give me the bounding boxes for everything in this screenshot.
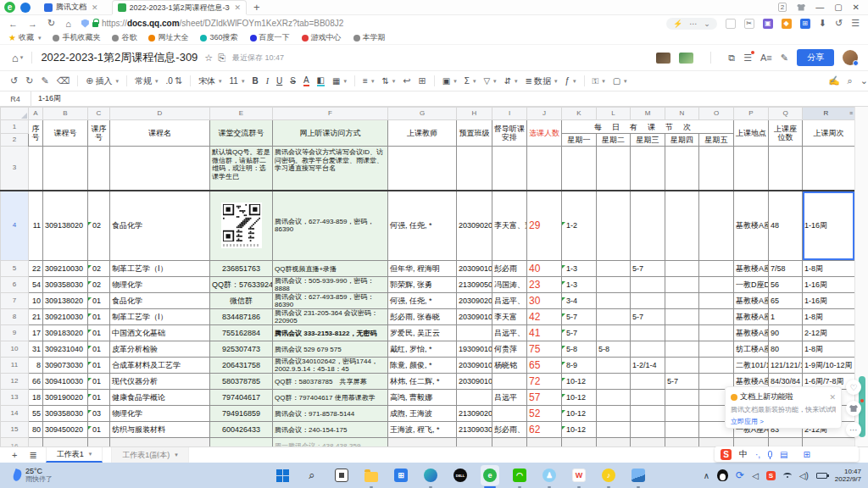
cell-G11[interactable]: 陈意, 颜俊, * bbox=[388, 358, 457, 374]
cell-C16[interactable] bbox=[88, 438, 110, 447]
forward-icon[interactable]: → bbox=[28, 18, 37, 29]
cell-P5[interactable]: 基教楼A座1 bbox=[734, 261, 769, 277]
cell-I12[interactable] bbox=[492, 374, 527, 390]
wechat-icon[interactable]: ◠ bbox=[510, 465, 529, 485]
cell-I8[interactable]: 李天富 bbox=[492, 309, 527, 325]
h-align-button[interactable]: ≡▾ bbox=[363, 76, 374, 86]
cell-Q10[interactable]: 80 bbox=[769, 341, 803, 358]
row-header-15[interactable]: 15 bbox=[1, 422, 29, 438]
header-group-days[interactable]: 每日有课节次 bbox=[562, 120, 734, 134]
cell-I7[interactable]: 吕远平、 bbox=[492, 293, 527, 309]
star-doc-icon[interactable]: ☆ bbox=[204, 53, 213, 64]
sheet-tab-1[interactable]: 工作表1▾ bbox=[46, 447, 103, 463]
col-header-I[interactable]: I bbox=[492, 108, 527, 120]
cell-G13[interactable]: 高鸿, 曹毅娜 bbox=[388, 390, 457, 406]
file-explorer-icon[interactable] bbox=[362, 465, 381, 485]
cell-A14[interactable]: 55 bbox=[29, 406, 43, 422]
more-fab-icon[interactable]: ⋯ bbox=[846, 422, 861, 437]
cell-H14[interactable]: 213090201, 2130902 bbox=[457, 406, 492, 422]
row-header-2[interactable]: 2 bbox=[1, 134, 29, 147]
cell-R8[interactable]: 1-8周 bbox=[803, 309, 855, 325]
cell-O4[interactable] bbox=[699, 191, 734, 261]
download-icon[interactable]: ⬇ bbox=[819, 18, 826, 29]
close-toast-icon[interactable]: ✕ bbox=[829, 393, 836, 402]
cell-J10[interactable]: 75 bbox=[527, 341, 562, 358]
col-header-D[interactable]: D bbox=[110, 108, 210, 120]
cell-H12[interactable]: 203090101, 2030901 bbox=[457, 374, 492, 390]
photos-icon[interactable] bbox=[629, 465, 648, 485]
cell-H10[interactable]: 19309010 bbox=[457, 341, 492, 358]
underline-button[interactable]: U bbox=[276, 76, 282, 86]
cell-K4[interactable]: 1-2 bbox=[562, 191, 597, 261]
cell-J14[interactable]: 52 bbox=[527, 406, 562, 422]
cell-Q11[interactable]: 121/121/1 bbox=[769, 358, 803, 374]
360-browser-icon[interactable]: e bbox=[481, 465, 499, 485]
cell-M12[interactable] bbox=[631, 374, 665, 390]
volume-icon[interactable]: ◁) bbox=[799, 471, 809, 480]
cell-G10[interactable]: 戴红, 罗怡, * bbox=[388, 341, 457, 358]
decimal-button[interactable]: .0⇅ bbox=[165, 75, 182, 86]
cell-A5[interactable]: 22 bbox=[29, 261, 43, 277]
fill-color-button[interactable]: ◧ bbox=[317, 76, 325, 86]
cell-G9[interactable]: 罗爱民, 吴正云 bbox=[388, 325, 457, 341]
cell-B14[interactable]: 309358030 bbox=[43, 406, 88, 422]
cell-N9[interactable] bbox=[665, 325, 699, 341]
data-menu-button[interactable]: ≣数据▾ bbox=[526, 75, 558, 87]
cell-E5[interactable]: 236851763 bbox=[210, 261, 273, 277]
cell-H13[interactable] bbox=[457, 390, 492, 406]
header-G[interactable]: 上课教师 bbox=[388, 120, 457, 147]
reading-mode-icon[interactable]: ⚡ bbox=[673, 19, 682, 28]
cell-M13[interactable] bbox=[631, 390, 665, 406]
cell-P8[interactable]: 基教楼A座 bbox=[734, 309, 769, 325]
cell-F8[interactable]: 腾讯会议 231-205-364 会议密码：220905 bbox=[273, 309, 388, 325]
cell-M10[interactable] bbox=[631, 341, 665, 358]
cell-I13[interactable]: 吕远平 bbox=[492, 390, 527, 406]
cell-A15[interactable]: 80 bbox=[29, 422, 43, 438]
cell-I11[interactable]: 杨晓铭 bbox=[492, 358, 527, 374]
battery-icon[interactable] bbox=[816, 473, 827, 479]
header-day-2[interactable]: 星期二 bbox=[597, 134, 631, 147]
cell-J11[interactable]: 65 bbox=[527, 358, 562, 374]
cell-G14[interactable]: 成煦, 王海波 bbox=[388, 406, 457, 422]
cell-L7[interactable] bbox=[597, 293, 631, 309]
cell-K9[interactable]: 5-7 bbox=[562, 325, 597, 341]
cell-B4[interactable]: 309138020 bbox=[43, 191, 88, 261]
cell-G7[interactable]: 何强, 任尧, * bbox=[388, 293, 457, 309]
start-button[interactable] bbox=[273, 465, 292, 485]
sync-tray-icon[interactable]: ⟳ bbox=[736, 469, 744, 481]
wrap-text-icon[interactable]: ↩ bbox=[403, 75, 410, 86]
cell-G8[interactable]: 彭必雨, 张春晓 bbox=[388, 309, 457, 325]
cell-M5[interactable]: 5-7 bbox=[631, 261, 665, 277]
cell-F13[interactable]: QQ群：797404617 使用慕课教学 bbox=[273, 390, 388, 406]
cell-N6[interactable] bbox=[665, 277, 699, 293]
header-D[interactable]: 课程名 bbox=[110, 120, 210, 147]
cell-G15[interactable]: 王海波, 程飞, * bbox=[388, 422, 457, 438]
cell-P7[interactable]: 基教楼A座 bbox=[734, 293, 769, 309]
screenshot-extension-icon[interactable]: ✂ bbox=[744, 19, 754, 29]
cell-J15[interactable]: 62 bbox=[527, 422, 562, 438]
row-header-16[interactable]: 16 bbox=[1, 438, 29, 447]
toolbox-icon[interactable]: ⊞ bbox=[804, 450, 810, 459]
cell-K14[interactable]: 10-12 bbox=[562, 406, 597, 422]
row-header-11[interactable]: 11 bbox=[1, 358, 29, 374]
cell-D12[interactable]: 现代仪器分析 bbox=[110, 374, 210, 390]
cell-M16[interactable] bbox=[631, 438, 665, 447]
cell-N5[interactable] bbox=[665, 261, 699, 277]
cell-H3[interactable] bbox=[457, 147, 492, 191]
bookmark-item[interactable]: 网址大全 bbox=[148, 32, 188, 43]
cell-R6[interactable]: 1-16周 bbox=[803, 277, 855, 293]
cell-L3[interactable] bbox=[597, 147, 631, 191]
home-caret-icon[interactable]: ▾ bbox=[20, 54, 24, 61]
cell-N7[interactable] bbox=[665, 293, 699, 309]
cell-G16[interactable] bbox=[388, 438, 457, 447]
collapse-toolbar-icon[interactable]: ⌄ bbox=[860, 75, 868, 86]
cell-D13[interactable]: 健康食品学概论 bbox=[110, 390, 210, 406]
cell-G3[interactable] bbox=[388, 147, 457, 191]
cell-H4[interactable]: 203090201 bbox=[457, 191, 492, 261]
cell-I6[interactable]: 冯国涛、 bbox=[492, 277, 527, 293]
cell-A4[interactable]: 11 bbox=[29, 191, 43, 261]
cell-J9[interactable]: 41 bbox=[527, 325, 562, 341]
share-button[interactable]: 分享 bbox=[797, 49, 834, 66]
number-format-select[interactable]: 常规▾ bbox=[135, 75, 159, 87]
v-align-button[interactable]: ⇅▾ bbox=[381, 76, 395, 86]
